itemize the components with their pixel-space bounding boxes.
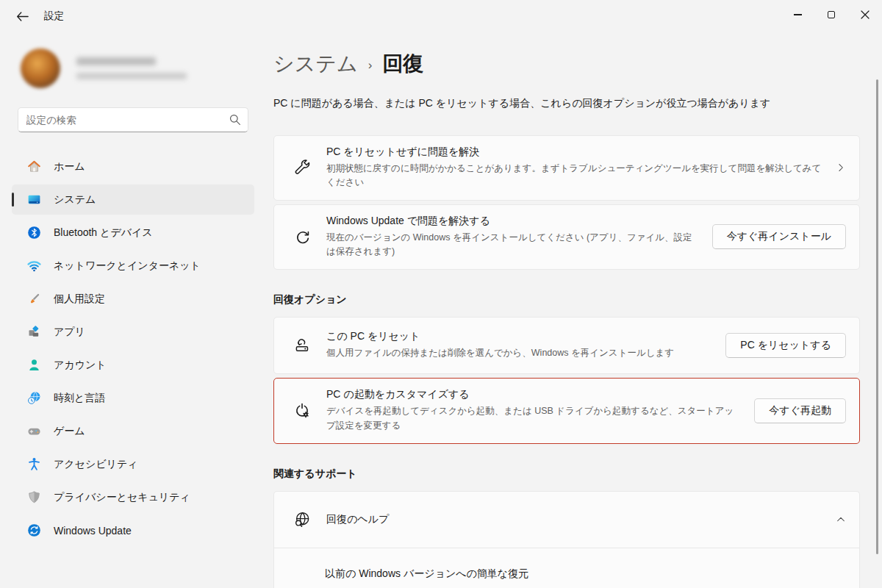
card-description: 個人用ファイルの保持または削除を選んでから、Windows を再インストールしま… <box>326 346 714 360</box>
main-content: システム › 回復 PC に問題がある場合、または PC をリセットする場合、こ… <box>265 32 882 588</box>
globe-search-icon <box>292 510 312 529</box>
apps-icon <box>26 324 42 340</box>
restart-now-button[interactable]: 今すぐ再起動 <box>754 398 846 423</box>
reinstall-now-button[interactable]: 今すぐ再インストール <box>712 224 846 249</box>
sidebar-item-label: アプリ <box>54 326 85 339</box>
section-recovery-options: 回復オプション <box>273 293 860 306</box>
search-input[interactable] <box>18 107 248 132</box>
card-recovery-help: 回復のヘルプ 以前の Windows バージョンへの簡単な復元 新たに開始するた… <box>273 491 860 588</box>
card-description: 初期状態に戻すのに時間がかかることがあります。まずトラブルシューティングツールを… <box>326 162 824 190</box>
avatar <box>21 49 60 88</box>
user-profile[interactable] <box>21 49 265 88</box>
app-title: 設定 <box>44 10 64 23</box>
card-text: PC をリセットせずに問題を解決 初期状態に戻すのに時間がかかることがあります。… <box>326 136 824 200</box>
card-windows-update-fix[interactable]: Windows Update で問題を解決する 現在のバージョンの Window… <box>273 204 860 270</box>
maximize-icon <box>828 11 835 18</box>
card-title: Windows Update で問題を解決する <box>326 215 700 228</box>
sidebar-item-label: Bluetooth とデバイス <box>54 226 153 240</box>
sidebar-item-windows-update[interactable]: Windows Update <box>12 515 254 545</box>
card-title: PC をリセットせずに問題を解決 <box>326 146 824 159</box>
sidebar-item-time-language[interactable]: 時刻と言語 <box>12 383 254 413</box>
back-button[interactable] <box>7 4 37 29</box>
minimize-button[interactable] <box>781 0 814 29</box>
sidebar-item-label: ホーム <box>54 160 85 173</box>
sidebar-item-label: ゲーム <box>54 425 85 438</box>
wrench-icon <box>292 158 312 177</box>
reset-pc-button[interactable]: PC をリセットする <box>725 333 846 358</box>
breadcrumb-separator-icon: › <box>368 58 373 73</box>
chevron-right-icon <box>836 162 846 173</box>
sidebar-item-personalization[interactable]: 個人用設定 <box>12 284 254 314</box>
reset-pc-icon <box>292 336 312 354</box>
card-text: PC の起動をカスタマイズする デバイスを再起動してディスクから起動、または U… <box>326 379 742 442</box>
help-card-title: 回復のヘルプ <box>326 513 824 526</box>
bluetooth-icon <box>26 225 42 240</box>
settings-search <box>18 107 248 132</box>
sidebar-item-apps[interactable]: アプリ <box>12 317 254 347</box>
accounts-icon <box>26 357 42 373</box>
card-text: Windows Update で問題を解決する 現在のバージョンの Window… <box>326 205 700 269</box>
sidebar-item-accessibility[interactable]: アクセシビリティ <box>12 449 254 479</box>
sidebar-item-home[interactable]: ホーム <box>12 151 254 182</box>
page-title: 回復 <box>382 50 423 78</box>
sidebar-item-label: Windows Update <box>54 525 132 537</box>
maximize-button[interactable] <box>814 0 848 29</box>
card-text: この PC をリセット 個人用ファイルの保持または削除を選んでから、Window… <box>326 320 714 370</box>
titlebar: 設定 <box>0 0 882 32</box>
sidebar-item-accounts[interactable]: アカウント <box>12 350 254 380</box>
sidebar: ホーム システム Bluetooth とデバイス ネットワークとインターネット <box>0 32 265 588</box>
sidebar-nav: ホーム システム Bluetooth とデバイス ネットワークとインターネット <box>0 151 265 545</box>
sidebar-item-network-internet[interactable]: ネットワークとインターネット <box>12 251 254 281</box>
card-reset-pc[interactable]: この PC をリセット 個人用ファイルの保持または削除を選んでから、Window… <box>273 317 860 374</box>
chevron-up-icon <box>836 514 846 525</box>
close-icon <box>861 10 870 19</box>
sidebar-item-label: アクセシビリティ <box>54 458 138 471</box>
network-icon <box>26 258 42 273</box>
card-fix-without-reset[interactable]: PC をリセットせずに問題を解決 初期状態に戻すのに時間がかかることがあります。… <box>273 135 860 201</box>
power-gear-icon <box>292 401 312 420</box>
accessibility-icon <box>26 456 42 472</box>
sidebar-item-privacy-security[interactable]: プライバシーとセキュリティ <box>12 482 254 512</box>
page-description: PC に問題がある場合、または PC をリセットする場合、これらの回復オプション… <box>273 97 860 110</box>
card-description: 現在のバージョンの Windows を再インストールしてください (アプリ、ファ… <box>326 231 700 259</box>
user-email-redacted <box>76 73 187 79</box>
sidebar-item-system[interactable]: システム <box>12 184 254 215</box>
card-advanced-startup[interactable]: PC の起動をカスタマイズする デバイスを再起動してディスクから起動、または U… <box>273 378 860 444</box>
reinstall-refresh-icon <box>292 228 312 246</box>
time-language-icon <box>26 390 42 406</box>
sidebar-item-gaming[interactable]: ゲーム <box>12 416 254 446</box>
sidebar-item-label: プライバシーとセキュリティ <box>54 491 190 504</box>
breadcrumb-parent[interactable]: システム <box>273 50 358 78</box>
sidebar-item-label: ネットワークとインターネット <box>54 259 201 273</box>
sidebar-item-label: 個人用設定 <box>54 293 105 306</box>
sidebar-item-bluetooth-devices[interactable]: Bluetooth とデバイス <box>12 218 254 248</box>
windows-update-icon <box>26 523 42 538</box>
section-related-support: 関連するサポート <box>273 467 860 481</box>
system-icon <box>26 192 42 207</box>
breadcrumb: システム › 回復 <box>273 50 860 78</box>
back-arrow-icon <box>16 11 29 22</box>
sidebar-item-label: 時刻と言語 <box>54 392 105 405</box>
user-name-redacted <box>76 57 156 65</box>
gaming-icon <box>26 423 42 439</box>
recovery-help-header[interactable]: 回復のヘルプ <box>274 492 859 548</box>
home-icon <box>26 159 42 174</box>
minimize-icon <box>794 14 802 15</box>
help-links: 以前の Windows バージョンへの簡単な復元 新たに開始するための PC の… <box>274 548 859 588</box>
card-title: PC の起動をカスタマイズする <box>326 388 742 401</box>
card-description: デバイスを再起動してディスクから起動、または USB ドライブから起動するなど、… <box>326 404 738 433</box>
search-icon <box>229 113 241 126</box>
help-link-restore-previous-version[interactable]: 以前の Windows バージョンへの簡単な復元 <box>325 559 859 588</box>
scrollbar-track <box>876 79 878 554</box>
profile-text <box>76 57 187 79</box>
privacy-icon <box>26 490 42 505</box>
sidebar-item-label: システム <box>54 193 96 207</box>
window-controls <box>781 0 882 32</box>
sidebar-item-label: アカウント <box>54 359 107 372</box>
personalization-icon <box>26 291 42 306</box>
close-button[interactable] <box>848 0 882 29</box>
scrollbar-thumb[interactable] <box>876 79 878 554</box>
card-title: この PC をリセット <box>326 330 714 343</box>
